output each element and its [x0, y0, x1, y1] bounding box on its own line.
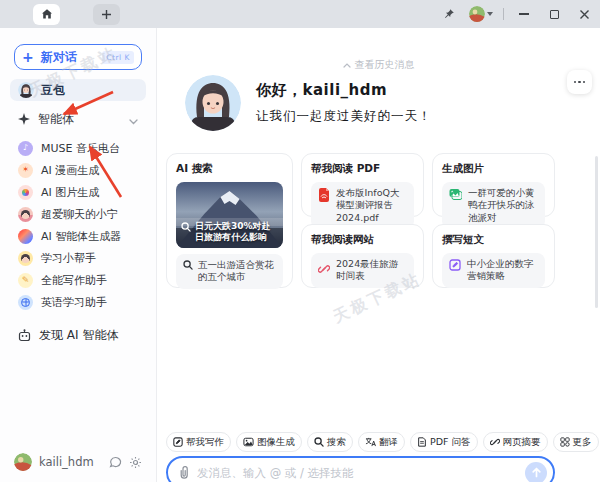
greeting-subtitle: 让我们一起度过美好的一天！ — [256, 108, 432, 125]
skill-web-summary[interactable]: 网页摘要 — [483, 432, 548, 452]
more-options-button[interactable] — [567, 70, 592, 94]
link-icon — [490, 437, 500, 447]
keyboard-shortcut-badge: Ctrl K — [102, 51, 134, 64]
plus-icon: + — [22, 50, 34, 64]
user-avatar[interactable] — [14, 453, 32, 471]
card-generate-image[interactable]: 生成图片 一群可爱的小黄鸭在开快乐的泳池派对 — [432, 153, 555, 217]
view-history-link[interactable]: 查看历史消息 — [157, 58, 600, 72]
home-icon — [41, 5, 53, 24]
message-composer[interactable] — [166, 456, 555, 482]
essay-topic-item[interactable]: 中小企业的数字营销策略 — [442, 253, 545, 288]
globe-icon — [18, 295, 33, 310]
card-title: 帮我阅读 PDF — [311, 162, 414, 176]
pdf-item[interactable]: 发布版InfoQ大模型测评报告2024.pdf — [311, 182, 414, 229]
compose-icon — [449, 259, 461, 274]
skill-image-generation[interactable]: 图像生成 — [236, 432, 302, 452]
skill-translate[interactable]: 翻译 — [358, 432, 405, 452]
doubao-avatar — [18, 82, 34, 98]
close-button[interactable] — [574, 4, 594, 24]
sidebar-item-comic-gen[interactable]: ✶ AI 漫画生成 — [0, 159, 156, 181]
skill-more[interactable]: 更多 — [553, 432, 599, 452]
user-row: kaili_hdm — [0, 450, 156, 474]
card-read-website[interactable]: 帮我阅读网站 2024最佳旅游时间表 — [301, 224, 424, 288]
suggestion-cards: AI 搜索 — [166, 153, 555, 288]
card-title: 撰写短文 — [442, 233, 545, 247]
sidebar-item-agent-generator[interactable]: AI 智能体生成器 — [0, 225, 156, 247]
message-input[interactable] — [197, 466, 518, 480]
new-chat-label: 新对话 — [41, 49, 77, 66]
skill-help-me-write[interactable]: 帮我写作 — [166, 432, 231, 452]
card-ai-search[interactable]: AI 搜索 — [166, 153, 293, 288]
grid-icon — [560, 437, 570, 447]
new-tab-button[interactable] — [93, 4, 120, 25]
compose-icon — [173, 437, 183, 447]
sidebar-item-chat-xiaoning[interactable]: 超爱聊天的小宁 — [0, 203, 156, 225]
card-read-pdf[interactable]: 帮我阅读 PDF 发布版InfoQ大模型测评报告2024.pdf — [301, 153, 424, 217]
fuji-image[interactable]: 日元大跌30%对赴日旅游有什么影响 — [176, 182, 283, 248]
skill-toolbar: 帮我写作 图像生成 搜索 翻译 PDF 问答 — [166, 432, 599, 452]
greeting-block: 你好，kaili_hdm 让我们一起度过美好的一天！ — [185, 75, 432, 131]
skill-pdf-qa[interactable]: PDF 问答 — [410, 432, 478, 452]
web-link-item[interactable]: 2024最佳旅游时间表 — [311, 253, 414, 288]
titlebar-controls — [439, 0, 594, 28]
image-icon — [243, 437, 254, 447]
assistant-avatar — [185, 75, 241, 131]
chevron-up-icon — [343, 63, 351, 68]
image-icon — [449, 188, 462, 203]
arrow-up-icon — [531, 467, 542, 478]
link-icon — [318, 263, 330, 278]
featured-query: 日元大跌30%对赴日旅游有什么影响 — [195, 221, 279, 244]
doubao-app-window: + 新对话 Ctrl K 豆包 智能体 — [0, 0, 600, 482]
paperclip-icon[interactable] — [178, 465, 190, 480]
robot-icon — [18, 329, 31, 342]
sidebar-item-image-gen[interactable]: AI 图片生成 — [0, 181, 156, 203]
agents-header-label: 智能体 — [38, 111, 74, 128]
account-menu[interactable] — [469, 6, 493, 22]
search-icon — [181, 222, 191, 244]
sidebar-item-muse-radio[interactable]: ♪ MUSE 音乐电台 — [0, 137, 156, 159]
feedback-icon[interactable] — [109, 456, 122, 469]
gear-icon[interactable] — [129, 456, 142, 469]
sidebar-section-agents[interactable]: 智能体 — [10, 108, 146, 130]
translate-icon — [365, 437, 376, 447]
girl-avatar-icon — [18, 207, 33, 222]
chevron-down-icon — [129, 110, 138, 129]
sidebar-item-english-helper[interactable]: 英语学习助手 — [0, 291, 156, 313]
sidebar-item-label: 豆包 — [41, 82, 65, 99]
discover-label: 发现 AI 智能体 — [39, 327, 118, 344]
sidebar-item-study-helper[interactable]: 学习小帮手 — [0, 247, 156, 269]
maximize-button[interactable] — [544, 4, 564, 24]
search-icon — [314, 437, 324, 447]
scrollbar[interactable] — [595, 156, 598, 308]
greeting-title: 你好，kaili_hdm — [256, 81, 432, 100]
sidebar-item-doubao[interactable]: 豆包 — [10, 79, 146, 101]
student-avatar-icon — [18, 251, 33, 266]
pencil-icon: ✎ — [18, 273, 33, 288]
search-suggestion[interactable]: 五一出游适合赏花的五个城市 — [176, 254, 283, 289]
home-tab[interactable] — [33, 4, 60, 25]
image-prompt-item[interactable]: 一群可爱的小黄鸭在开快乐的泳池派对 — [442, 182, 545, 229]
palette-icon — [18, 185, 33, 200]
plus-icon — [101, 5, 112, 24]
sidebar: + 新对话 Ctrl K 豆包 智能体 — [0, 28, 157, 482]
pdf-file-icon — [318, 188, 330, 205]
username: kaili_hdm — [39, 455, 94, 469]
pin-icon[interactable] — [439, 4, 459, 24]
new-chat-button[interactable]: + 新对话 Ctrl K — [14, 44, 142, 70]
chevron-down-icon — [487, 12, 493, 16]
gradient-orb-icon — [18, 229, 33, 244]
sidebar-item-writing-helper[interactable]: ✎ 全能写作助手 — [0, 269, 156, 291]
send-button[interactable] — [525, 462, 547, 482]
titlebar — [0, 0, 600, 28]
search-icon — [183, 260, 193, 284]
skill-search[interactable]: 搜索 — [307, 432, 353, 452]
account-avatar — [469, 6, 485, 22]
music-note-icon: ♪ — [18, 141, 33, 156]
minimize-button[interactable] — [514, 4, 534, 24]
comic-icon: ✶ — [18, 163, 33, 178]
sidebar-item-discover-agents[interactable]: 发现 AI 智能体 — [10, 323, 146, 347]
divider — [503, 8, 504, 20]
card-write-essay[interactable]: 撰写短文 中小企业的数字营销策略 — [432, 224, 555, 288]
agent-list: ♪ MUSE 音乐电台 ✶ AI 漫画生成 AI 图片生成 超爱聊天的小宁 — [0, 137, 156, 313]
card-title: AI 搜索 — [176, 162, 283, 176]
